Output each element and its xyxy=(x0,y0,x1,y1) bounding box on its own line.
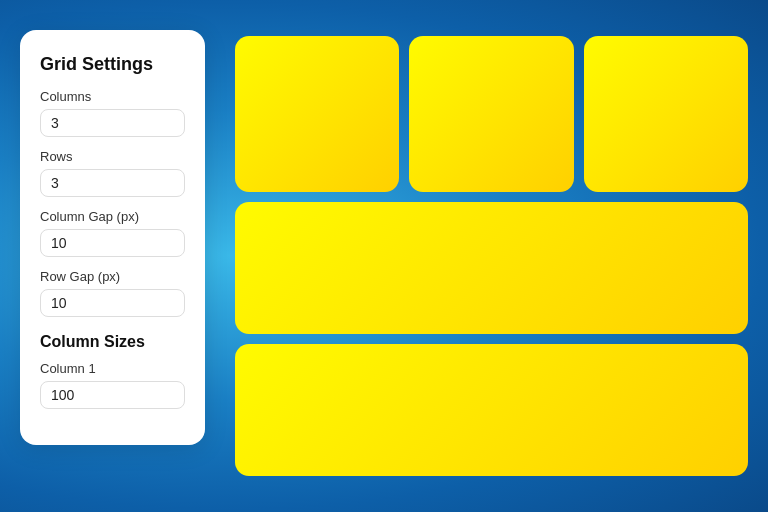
column1-input[interactable] xyxy=(40,381,185,409)
column1-label: Column 1 xyxy=(40,361,185,376)
grid-row-bottom xyxy=(235,344,748,476)
grid-cell-1 xyxy=(235,36,399,192)
settings-panel: Grid Settings Columns Rows Column Gap (p… xyxy=(20,30,205,445)
grid-cell-full-2 xyxy=(235,344,748,476)
row-gap-input[interactable] xyxy=(40,289,185,317)
grid-row-middle xyxy=(235,202,748,334)
column-sizes-title: Column Sizes xyxy=(40,333,185,351)
grid-cell-3 xyxy=(584,36,748,192)
rows-input[interactable] xyxy=(40,169,185,197)
rows-label: Rows xyxy=(40,149,185,164)
column-gap-label: Column Gap (px) xyxy=(40,209,185,224)
grid-row-top xyxy=(235,36,748,192)
grid-cell-2 xyxy=(409,36,573,192)
row-gap-label: Row Gap (px) xyxy=(40,269,185,284)
grid-preview xyxy=(235,36,748,476)
columns-input[interactable] xyxy=(40,109,185,137)
panel-title: Grid Settings xyxy=(40,54,185,75)
columns-label: Columns xyxy=(40,89,185,104)
grid-cell-full-1 xyxy=(235,202,748,334)
column-gap-input[interactable] xyxy=(40,229,185,257)
